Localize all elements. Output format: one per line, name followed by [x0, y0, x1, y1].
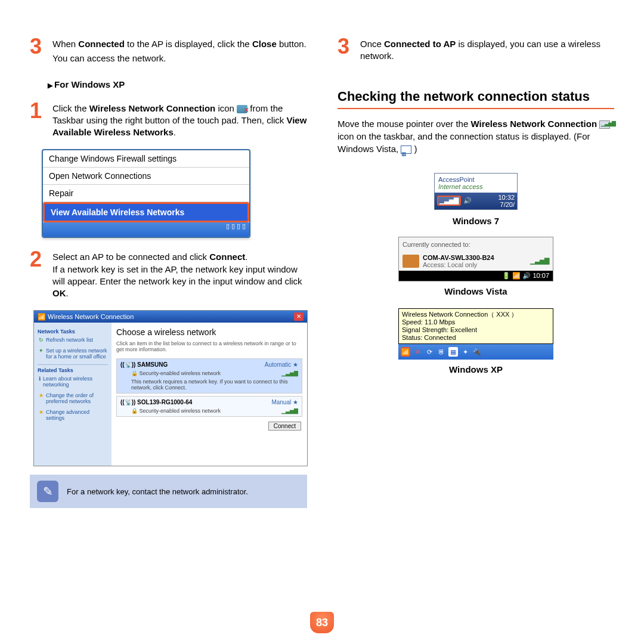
- step-1: 1 Click the Wireless Network Connection …: [30, 100, 308, 139]
- step-number: 1: [30, 100, 47, 139]
- step-body: Select an AP to be connected and click C…: [52, 249, 308, 299]
- vista-network-icon: ▦: [401, 145, 411, 154]
- tooltip: Wireless Network Connection（ XXX ） Speed…: [398, 308, 553, 345]
- caption-windows7: Windows 7: [338, 216, 614, 226]
- wireless-network-connection-window: 📶 Wireless Network Connection ✕ Network …: [33, 310, 308, 466]
- step-number: 3: [338, 36, 354, 63]
- for-windows-xp-heading: For Windows XP: [48, 79, 308, 89]
- window-titlebar: 📶 Wireless Network Connection ✕: [34, 311, 307, 323]
- step-3a: 3 When Connected to the AP is displayed,…: [30, 36, 308, 65]
- battery-icon[interactable]: 🔋: [502, 272, 510, 279]
- wireless-icon: ✕: [237, 105, 247, 113]
- xp-taskbar: 📶 ✕ ⟳ ⛨ ▦ ✦ 🔌: [398, 344, 553, 360]
- sidebar-learn[interactable]: ℹLearn about wireless networking: [39, 376, 108, 388]
- sidebar-order[interactable]: ★Change the order of preferred networks: [39, 392, 108, 404]
- sidebar-refresh[interactable]: ↻Refresh network list: [39, 337, 108, 343]
- step-body: When Connected to the AP is displayed, c…: [52, 36, 308, 65]
- bench-icon: [402, 255, 419, 268]
- signal-icon[interactable]: ▁▃▅▇: [437, 196, 461, 206]
- speaker-icon[interactable]: 🔊: [522, 272, 531, 279]
- close-icon[interactable]: ✕: [294, 312, 304, 321]
- windows-vista-popup: Currently connected to: COM-AV-SWL3300-B…: [398, 237, 553, 281]
- speaker-icon[interactable]: 🔊: [463, 197, 472, 205]
- menu-item-repair[interactable]: Repair: [43, 185, 249, 202]
- taskbar-snippet: ▯ ▯ ▯ ▯: [43, 222, 249, 237]
- step-3b: 3 Once Connected to AP is displayed, you…: [338, 36, 614, 63]
- note-text: For a network key, contact the network a…: [67, 487, 248, 496]
- step-2: 2 Select an AP to be connected and click…: [30, 249, 308, 299]
- page-number: 83: [310, 612, 334, 633]
- step-number: 2: [30, 249, 47, 299]
- section-heading: Checking the network connection status: [338, 89, 614, 109]
- sidebar-setup[interactable]: ✦Set up a wireless network for a home or…: [39, 348, 108, 360]
- sidebar-advanced[interactable]: ★Change advanced settings: [39, 409, 108, 421]
- caption-xp: Windows XP: [338, 364, 614, 374]
- section-paragraph: Move the mouse pointer over the Wireless…: [338, 117, 614, 155]
- tray-icon[interactable]: ⛨: [436, 347, 446, 357]
- step-number: 3: [30, 36, 47, 65]
- menu-item-view-networks[interactable]: View Available Wireless Networks: [43, 202, 249, 222]
- windows7-popup: AccessPoint Internet access ▁▃▅▇ 🔊 10:32…: [434, 173, 518, 210]
- context-menu: Change Windows Firewall settings Open Ne…: [42, 149, 250, 238]
- tray-icon[interactable]: ▦: [448, 347, 458, 357]
- note-icon: ✎: [37, 481, 58, 502]
- network-item-sol[interactable]: ((📡)) SOL139-RG1000-64Manual ★ 🔒 Securit…: [116, 396, 302, 417]
- menu-item-open-connections[interactable]: Open Network Connections: [43, 168, 249, 185]
- tray-icon[interactable]: ✦: [460, 347, 470, 357]
- signal-icon: ▁▃▅▇: [530, 257, 549, 265]
- signal-icon: ▁▃▅▇: [599, 120, 610, 129]
- tray-icon[interactable]: ⟳: [425, 347, 434, 357]
- windows-xp-popup: Wireless Network Connection（ XXX ） Speed…: [398, 308, 553, 360]
- step-body: Once Connected to AP is displayed, you c…: [360, 36, 614, 63]
- network-item-samsung[interactable]: ((📡)) SAMSUNGAutomatic ★ 🔒 Security-enab…: [116, 358, 302, 394]
- window-main: Choose a wireless network Click an item …: [112, 323, 307, 466]
- tray-icon[interactable]: ✕: [413, 347, 422, 357]
- network-icon[interactable]: 📶: [512, 272, 521, 279]
- window-sidebar: Network Tasks ↻Refresh network list ✦Set…: [34, 323, 112, 466]
- tray-icon[interactable]: 🔌: [472, 347, 482, 357]
- caption-vista: Windows Vista: [338, 286, 614, 296]
- menu-item-firewall[interactable]: Change Windows Firewall settings: [43, 150, 249, 168]
- note-box: ✎ For a network key, contact the network…: [30, 475, 307, 508]
- wireless-icon[interactable]: 📶: [401, 347, 410, 357]
- step-body: Click the Wireless Network Connection ic…: [52, 100, 308, 139]
- connect-button[interactable]: Connect: [268, 422, 301, 431]
